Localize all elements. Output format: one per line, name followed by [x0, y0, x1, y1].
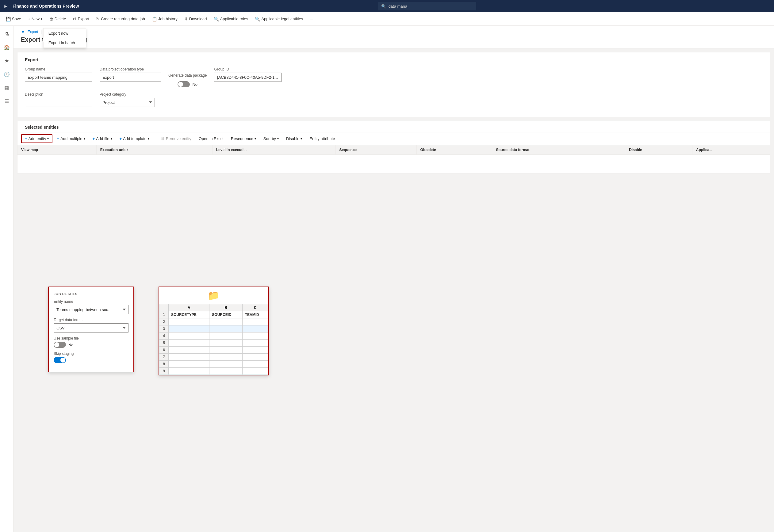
legal-icon: 🔍	[255, 17, 260, 21]
use-sample-value: No	[68, 343, 74, 347]
search-input[interactable]	[389, 4, 473, 9]
add-template-button[interactable]: + Add template ▾	[116, 135, 152, 143]
excel-r7-b	[209, 354, 242, 361]
applicable-legal-entities-button[interactable]: 🔍 Applicable legal entities	[252, 15, 306, 23]
job-history-button[interactable]: 📋 Job history	[149, 15, 181, 23]
sort-by-button[interactable]: Sort by ▾	[260, 135, 282, 143]
new-dropdown-container: + New ▾ Export now Export in batch	[25, 15, 45, 23]
generate-package-group: Generate data package No	[168, 73, 207, 87]
excel-r8-a	[169, 361, 209, 368]
description-input[interactable]	[25, 98, 92, 107]
add-multiple-plus-icon: +	[57, 136, 59, 141]
add-entity-panel: JOB DETAILS Entity name Teams mapping be…	[48, 287, 134, 372]
excel-r6-b	[209, 347, 242, 354]
excel-r5-b	[209, 340, 242, 347]
group-name-input[interactable]	[25, 73, 92, 82]
sidebar-icon-filter[interactable]: ⚗	[1, 28, 12, 39]
export-icon: ↺	[73, 17, 76, 21]
breadcrumb-export-link[interactable]: Export	[28, 30, 38, 34]
excel-col-b: B	[209, 304, 242, 311]
description-label: Description	[25, 92, 92, 97]
remove-entity-button[interactable]: 🗑 Remove entity	[158, 135, 194, 143]
more-button[interactable]: ...	[307, 15, 316, 23]
roles-icon: 🔍	[214, 17, 219, 21]
export-in-batch-item[interactable]: Export in batch	[44, 38, 86, 47]
resequence-button[interactable]: Resequence ▾	[228, 135, 259, 143]
disable-button[interactable]: Disable ▾	[283, 135, 305, 143]
search-bar[interactable]: 🔍	[378, 2, 476, 10]
excel-rnum-7: 7	[159, 354, 169, 361]
app-grid-icon[interactable]: ⊞	[4, 3, 8, 9]
excel-row-1: 1 SOURCETYPE SOURCEID TEAMID	[159, 311, 268, 318]
skip-staging-label: Skip staging	[54, 351, 128, 356]
add-file-button[interactable]: + Add file ▾	[90, 135, 115, 143]
excel-r8-c	[242, 361, 268, 368]
sidebar-icon-home[interactable]: 🏠	[1, 42, 12, 53]
form-row-1: Group name Data project operation type G…	[25, 67, 763, 87]
page-header: ▼ Export | AX : OPERATIONS Export teams …	[13, 26, 774, 48]
excel-r3-a	[169, 325, 209, 333]
excel-col-a: A	[169, 304, 209, 311]
add-multiple-button[interactable]: + Add multiple ▾	[54, 135, 88, 143]
open-in-excel-button[interactable]: Open in Excel	[196, 135, 227, 143]
excel-r9-b	[209, 368, 242, 375]
excel-row-8: 8	[159, 361, 268, 368]
delete-button[interactable]: 🗑 Delete	[46, 15, 69, 23]
export-now-item[interactable]: Export now	[44, 29, 86, 38]
excel-r9-a	[169, 368, 209, 375]
download-button[interactable]: ⬇ Download	[181, 15, 210, 23]
sidebar-icon-recent[interactable]: 🕐	[1, 69, 12, 80]
breadcrumb-separator: |	[41, 30, 42, 34]
excel-rnum-2: 2	[159, 318, 169, 325]
group-name-label: Group name	[25, 67, 92, 71]
toolbar-separator-1	[155, 135, 155, 143]
excel-sourceid-header: SOURCEID	[209, 311, 242, 318]
data-project-label: Data project operation type	[100, 67, 161, 71]
excel-icon-row: 📁	[159, 287, 268, 304]
excel-r2-c	[242, 318, 268, 325]
add-entity-button[interactable]: + Add entity ▾	[21, 134, 52, 143]
use-sample-toggle[interactable]	[54, 342, 66, 348]
entity-attribute-button[interactable]: Entity attribute	[306, 135, 338, 143]
excel-row-2: 2	[159, 318, 268, 325]
col-execution-unit: Execution unit ↑	[96, 145, 212, 155]
sidebar-icon-favorites[interactable]: ★	[1, 55, 12, 66]
excel-r2-a	[169, 318, 209, 325]
excel-rnum-1: 1	[159, 311, 169, 318]
excel-r3-c	[242, 325, 268, 333]
export-button[interactable]: ↺ Export	[70, 15, 92, 23]
new-chevron-icon: ▾	[41, 17, 42, 21]
generate-package-toggle[interactable]	[177, 81, 190, 87]
entity-toolbar: + Add entity ▾ + Add multiple ▾ + Add fi…	[17, 132, 770, 145]
data-project-input[interactable]	[100, 73, 161, 82]
target-format-field: Target data format CSV Excel XML JSON	[54, 318, 128, 333]
use-sample-label: Use sample file	[54, 336, 128, 340]
project-category-select[interactable]: Project General	[100, 98, 155, 107]
new-dropdown-menu: Export now Export in batch	[43, 28, 86, 48]
col-obsolete: Obsolete	[417, 145, 492, 155]
excel-col-header-row: A B C	[159, 304, 268, 311]
excel-r4-a	[169, 333, 209, 340]
delete-icon: 🗑	[49, 17, 53, 21]
applicable-roles-button[interactable]: 🔍 Applicable roles	[211, 15, 251, 23]
excel-row-4: 4	[159, 333, 268, 340]
excel-row-3: 3	[159, 325, 268, 333]
excel-r7-c	[242, 354, 268, 361]
create-recurring-button[interactable]: ↻ Create recurring data job	[93, 15, 148, 23]
description-group: Description	[25, 92, 92, 107]
entity-name-label: Entity name	[54, 299, 128, 304]
job-history-icon: 📋	[152, 17, 157, 21]
skip-staging-toggle[interactable]	[54, 357, 66, 363]
target-format-select[interactable]: CSV Excel XML JSON	[54, 323, 128, 333]
save-button[interactable]: 💾 Save	[2, 15, 24, 23]
sidebar-icon-menu[interactable]: ☰	[1, 96, 12, 107]
excel-r3-b	[209, 325, 242, 333]
excel-row-9: 9	[159, 368, 268, 375]
sidebar-icon-workspaces[interactable]: ▦	[1, 82, 12, 93]
entity-name-select[interactable]: Teams mapping between sou...	[54, 305, 128, 314]
add-file-plus-icon: +	[93, 136, 95, 141]
entity-table-container: View map Execution unit ↑ Level in execu…	[17, 145, 770, 173]
group-id-input[interactable]	[214, 73, 281, 82]
add-entity-plus-icon: +	[25, 136, 27, 141]
new-button[interactable]: + New ▾	[25, 15, 45, 23]
